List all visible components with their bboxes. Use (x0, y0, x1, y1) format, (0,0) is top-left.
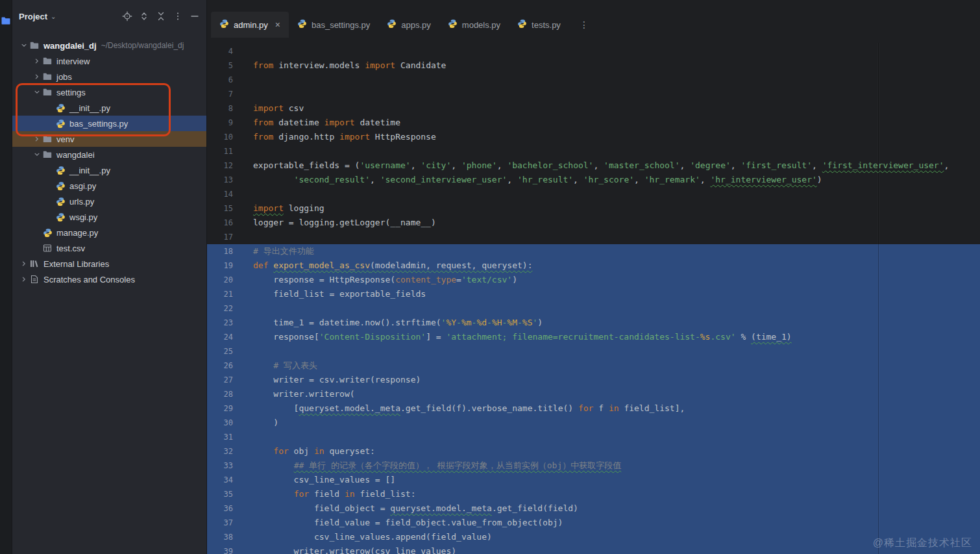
line-number[interactable]: 14 (207, 187, 233, 201)
line-number[interactable]: 12 (207, 158, 233, 173)
line-number[interactable]: 7 (207, 87, 233, 101)
tab-models-py[interactable]: models.py (439, 12, 509, 38)
tree-item-bas-settings-py[interactable]: bas_settings.py (12, 116, 206, 131)
tree-item-settings[interactable]: settings (12, 84, 206, 100)
close-tab-icon[interactable]: × (275, 20, 280, 29)
chevron-right-icon[interactable] (32, 73, 42, 80)
code-line-33[interactable]: 33 ## 单行 的记录（各个字段的值）， 根据字段对象，从当前实例（obj）中… (207, 459, 980, 473)
code-line-20[interactable]: 20 response = HttpResponse(content_type=… (207, 273, 980, 287)
code-line-7[interactable]: 7 (207, 87, 980, 101)
chevron-right-icon[interactable] (32, 136, 42, 142)
code-line-12[interactable]: 12exportable_fields = ('username', 'city… (207, 158, 980, 173)
code-line-26[interactable]: 26 # 写入表头 (207, 359, 980, 373)
tab-admin-py[interactable]: admin.py× (211, 12, 289, 38)
code-editor[interactable]: 45from interview.models import Candidate… (207, 43, 980, 554)
tree-item-scratches-and-consoles[interactable]: Scratches and Consoles (12, 271, 206, 287)
line-number[interactable]: 19 (207, 258, 233, 273)
tree-item-init-py[interactable]: __init__.py (12, 162, 206, 178)
tree-item-asgi-py[interactable]: asgi.py (12, 178, 206, 194)
code-line-4[interactable]: 4 (207, 44, 980, 58)
tree-item-venv[interactable]: venv (12, 131, 206, 147)
code-line-29[interactable]: 29 [queryset.model._meta.get_field(f).ve… (207, 401, 980, 416)
chevron-down-icon[interactable] (32, 151, 42, 158)
chevron-down-icon[interactable] (32, 89, 42, 95)
tree-item-interview[interactable]: interview (12, 53, 206, 69)
code-line-8[interactable]: 8import csv (207, 101, 980, 116)
code-line-18[interactable]: 18# 导出文件功能 (207, 244, 980, 258)
code-line-27[interactable]: 27 writer = csv.writer(response) (207, 373, 980, 387)
line-number[interactable]: 9 (207, 116, 233, 130)
code-line-31[interactable]: 31 (207, 430, 980, 444)
locate-icon[interactable] (122, 11, 132, 21)
code-line-38[interactable]: 38 csv_line_values.append(field_value) (207, 530, 980, 544)
line-number[interactable]: 35 (207, 487, 233, 501)
line-number[interactable]: 22 (207, 301, 233, 316)
tree-item-test-csv[interactable]: test.csv (12, 240, 206, 256)
tree-item-urls-py[interactable]: urls.py (12, 194, 206, 209)
line-number[interactable]: 33 (207, 459, 233, 473)
code-line-16[interactable]: 16logger = logging.getLogger(__name__) (207, 216, 980, 230)
line-number[interactable]: 39 (207, 544, 233, 554)
line-number[interactable]: 23 (207, 316, 233, 330)
line-number[interactable]: 28 (207, 387, 233, 401)
tab-tests-py[interactable]: tests.py (509, 12, 569, 38)
line-number[interactable]: 20 (207, 273, 233, 287)
code-line-15[interactable]: 15import logging (207, 201, 980, 216)
line-number[interactable]: 36 (207, 501, 233, 516)
project-panel-title[interactable]: Project ⌄ (19, 12, 56, 21)
line-number[interactable]: 31 (207, 430, 233, 444)
line-number[interactable]: 38 (207, 530, 233, 544)
line-number[interactable]: 29 (207, 401, 233, 416)
code-line-13[interactable]: 13 'second_result', 'second_interviewer_… (207, 173, 980, 187)
line-number[interactable]: 18 (207, 244, 233, 258)
chevron-down-icon[interactable] (19, 42, 29, 49)
tab-apps-py[interactable]: apps.py (378, 12, 439, 38)
code-line-24[interactable]: 24 response['Content-Disposition'] = 'at… (207, 330, 980, 344)
line-number[interactable]: 27 (207, 373, 233, 387)
line-number[interactable]: 30 (207, 416, 233, 430)
line-number[interactable]: 10 (207, 130, 233, 144)
tabs-more-icon[interactable]: ⋮ (580, 19, 589, 30)
code-line-23[interactable]: 23 time_1 = datetime.now().strftime('%Y-… (207, 316, 980, 330)
tree-item-jobs[interactable]: jobs (12, 69, 206, 84)
expand-collapse-icon[interactable] (139, 11, 149, 21)
line-number[interactable]: 25 (207, 344, 233, 359)
code-line-14[interactable]: 14 (207, 187, 980, 201)
line-number[interactable]: 8 (207, 101, 233, 116)
code-line-21[interactable]: 21 field_list = exportable_fields (207, 287, 980, 301)
line-number[interactable]: 21 (207, 287, 233, 301)
code-line-17[interactable]: 17 (207, 230, 980, 244)
tree-item-init-py[interactable]: __init__.py (12, 100, 206, 116)
code-line-19[interactable]: 19def export_model_as_csv(modeladmin, re… (207, 258, 980, 273)
line-number[interactable]: 32 (207, 444, 233, 459)
more-options-icon[interactable] (173, 11, 183, 21)
code-line-35[interactable]: 35 for field in field_list: (207, 487, 980, 501)
code-line-6[interactable]: 6 (207, 73, 980, 87)
code-line-37[interactable]: 37 field_value = field_object.value_from… (207, 516, 980, 530)
code-line-10[interactable]: 10from django.http import HttpResponse (207, 130, 980, 144)
line-number[interactable]: 26 (207, 359, 233, 373)
code-line-11[interactable]: 11 (207, 144, 980, 158)
code-line-32[interactable]: 32 for obj in queryset: (207, 444, 980, 459)
line-number[interactable]: 34 (207, 473, 233, 487)
line-number[interactable]: 13 (207, 173, 233, 187)
line-number[interactable]: 17 (207, 230, 233, 244)
code-line-22[interactable]: 22 (207, 301, 980, 316)
tree-item-wangdalei-dj[interactable]: wangdalei_dj~/Desktop/wangdalei_dj (12, 38, 206, 53)
code-line-39[interactable]: 39 writer.writerow(csv_line_values) (207, 544, 980, 554)
tab-bas-settings-py[interactable]: bas_settings.py (289, 12, 378, 38)
chevron-right-icon[interactable] (19, 276, 29, 283)
code-line-30[interactable]: 30 ) (207, 416, 980, 430)
tree-item-manage-py[interactable]: manage.py (12, 225, 206, 240)
line-number[interactable]: 24 (207, 330, 233, 344)
line-number[interactable]: 16 (207, 216, 233, 230)
tree-item-external-libraries[interactable]: External Libraries (12, 256, 206, 271)
line-number[interactable]: 11 (207, 144, 233, 158)
code-line-9[interactable]: 9from datetime import datetime (207, 116, 980, 130)
tree-item-wangdalei[interactable]: wangdalei (12, 147, 206, 162)
collapse-all-icon[interactable] (156, 11, 166, 21)
code-line-34[interactable]: 34 csv_line_values = [] (207, 473, 980, 487)
chevron-right-icon[interactable] (19, 260, 29, 267)
code-line-36[interactable]: 36 field_object = queryset.model._meta.g… (207, 501, 980, 516)
tree-item-wsgi-py[interactable]: wsgi.py (12, 209, 206, 225)
